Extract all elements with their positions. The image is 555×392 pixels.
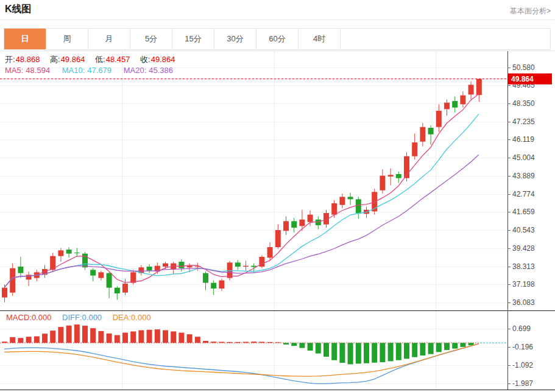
close-pair: 收:49.864	[140, 55, 175, 64]
macd-bar	[404, 343, 409, 359]
candle-body	[331, 203, 337, 215]
macd-bar	[299, 343, 305, 348]
price-tick-label: 48.350	[512, 99, 535, 108]
macd-bar	[2, 341, 7, 343]
macd-bar	[90, 328, 96, 343]
candle-body	[348, 197, 353, 199]
candle-body	[2, 288, 7, 298]
macd-bar	[316, 343, 321, 353]
candle-body	[308, 215, 313, 222]
macd-bar	[50, 331, 55, 343]
candle-body	[267, 247, 273, 257]
macd-bar	[211, 341, 216, 343]
macd-bar	[291, 343, 297, 346]
macd-bar	[259, 342, 264, 343]
macd-bar	[66, 326, 72, 343]
tab-month[interactable]: 月	[88, 29, 130, 49]
macd-bar	[171, 332, 176, 343]
dea-readout: DEA:0.000	[113, 313, 151, 322]
price-tick-label: 43.889	[512, 172, 535, 180]
tab-week[interactable]: 周	[46, 29, 88, 49]
candle-body	[452, 101, 458, 108]
ma5-line	[4, 94, 479, 288]
ma10-line	[4, 114, 479, 287]
macd-bar	[138, 330, 144, 343]
macd-bar	[219, 342, 224, 343]
macd-bar	[396, 343, 401, 360]
macd-bar	[58, 327, 63, 343]
candle-body	[468, 85, 474, 94]
ma-row: MA5:48.594 MA10:47.679 MA20:45.386	[5, 66, 183, 75]
high-value: 49.864	[61, 55, 85, 64]
candle-body	[211, 283, 216, 289]
ma20-readout: MA20:45.386	[124, 66, 173, 75]
macd-bar	[412, 343, 417, 357]
macd-bar	[468, 343, 474, 345]
candle-body	[388, 175, 394, 177]
tab-60min[interactable]: 60分	[256, 29, 299, 49]
macd-bar	[34, 337, 40, 343]
price-tick-label: 36.083	[512, 298, 535, 307]
macd-bar	[10, 337, 15, 343]
candle-body	[66, 250, 72, 254]
candle-body	[428, 128, 434, 135]
macd-bar	[339, 343, 345, 363]
macd-bar	[420, 343, 425, 355]
candle-body	[412, 142, 417, 156]
macd-tick-label: -0.196	[512, 343, 533, 351]
kline-widget: K线图 基本面分析> 日 周 月 5分 15分 30分 60分 4时 开:48.…	[0, 0, 555, 392]
tab-4hour[interactable]: 4时	[299, 29, 341, 49]
macd-bar	[115, 335, 120, 343]
candle-body	[107, 273, 112, 288]
candle-body	[147, 267, 152, 271]
candle-body	[476, 79, 482, 96]
candle-body	[283, 221, 289, 231]
macd-bar	[82, 326, 88, 343]
candle-body	[436, 111, 442, 127]
macd-bar	[388, 343, 394, 361]
macd-bar	[460, 343, 465, 347]
tab-day[interactable]: 日	[4, 29, 46, 49]
macd-bar	[179, 333, 184, 343]
macd-bar	[147, 330, 152, 343]
macd-bar	[436, 343, 442, 352]
candle-body	[203, 273, 208, 283]
macd-bar	[26, 337, 32, 343]
macd-bar	[356, 343, 361, 363]
price-tick-label: 50.580	[512, 63, 535, 72]
macd-bar	[122, 333, 128, 343]
ohlc-row: 开:48.868 高:49.864 低:48.457 收:49.864	[5, 54, 183, 65]
price-tick-label: 46.119	[512, 135, 534, 144]
macd-bar	[18, 338, 23, 343]
macd-bar	[107, 334, 112, 343]
macd-bar	[243, 342, 249, 343]
candle-body	[259, 257, 264, 267]
candle-body	[18, 267, 23, 273]
candle-body	[243, 266, 249, 267]
tab-5min[interactable]: 5分	[130, 29, 172, 49]
low-pair: 低:48.457	[95, 55, 130, 64]
candle-body	[187, 266, 193, 268]
candle-body	[235, 262, 241, 267]
ma10-readout: MA10:47.679	[62, 66, 111, 75]
macd-bar	[235, 342, 241, 343]
open-pair: 开:48.868	[5, 55, 40, 64]
tab-15min[interactable]: 15分	[172, 29, 214, 49]
macd-bar	[275, 342, 281, 343]
price-tick-label: 47.235	[512, 117, 535, 126]
macd-bar	[98, 331, 104, 343]
macd-tick-label: -1.987	[512, 379, 533, 388]
macd-bar	[251, 341, 256, 343]
candle-body	[420, 127, 425, 142]
ma5-readout: MA5:48.594	[5, 66, 50, 75]
candle-body	[299, 220, 305, 226]
macd-bar	[428, 343, 434, 354]
macd-tick-label: -1.092	[512, 361, 533, 369]
tab-30min[interactable]: 30分	[214, 29, 256, 49]
macd-bar	[155, 329, 160, 343]
macd-bar	[331, 343, 337, 360]
tabbar-filler	[341, 29, 550, 49]
period-tabbar: 日 周 月 5分 15分 30分 60分 4时	[4, 28, 551, 50]
macd-bar	[187, 334, 193, 343]
macd-bar	[203, 341, 208, 343]
